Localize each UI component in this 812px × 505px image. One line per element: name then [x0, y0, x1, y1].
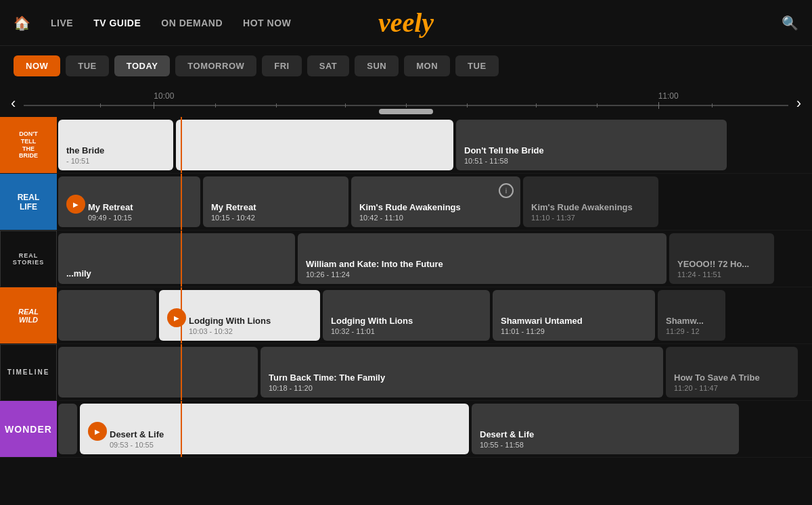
day-today[interactable]: TODAY [114, 55, 171, 76]
program-title: William and Kate: Into the Future [306, 259, 658, 269]
program-real-life-1[interactable]: ▶ My Retreat 09:49 - 10:15 [58, 176, 200, 227]
day-tomorrow[interactable]: TOMORROW [175, 55, 256, 76]
nav-hot-now[interactable]: HOT NOW [243, 18, 291, 28]
day-bar: NOW TUE TODAY TOMORROW FRI SAT SUN MON T… [0, 46, 812, 86]
program-title: Shamw... [666, 316, 717, 326]
channel-logo-real-stories[interactable]: REALSTORIES [0, 231, 57, 287]
program-time: 11:01 - 11:29 [501, 327, 647, 335]
program-title: Shamwari Untamed [501, 316, 647, 326]
channel-programs-real-life: ▶ My Retreat 09:49 - 10:15 My Retreat 10… [57, 174, 812, 230]
timeline-scrubber[interactable] [379, 109, 433, 114]
day-mon[interactable]: MON [404, 55, 450, 76]
channel-programs-timeline: Turn Back Time: The Family 10:18 - 11:20… [57, 344, 812, 400]
program-title: the Bride [66, 145, 165, 155]
channel-programs-wonder: ▶ Desert & Life 09:53 - 10:55 Desert & L… [57, 401, 812, 457]
channel-row-timeline: TIMELINE Turn Back Time: The Family 10:1… [0, 344, 812, 401]
day-fri[interactable]: FRI [262, 55, 301, 76]
channel-logo-dont-tell[interactable]: DON'TTELLTHEBRIDE [0, 117, 57, 173]
channels-container: DON'TTELLTHEBRIDE the Bride - 10:51 Don'… [0, 117, 812, 458]
play-button[interactable]: ▶ [66, 195, 85, 214]
program-dont-tell-2[interactable]: Don't Tell the Bride 10:51 - 11:58 [456, 120, 727, 170]
program-title: ...mily [66, 268, 287, 279]
program-dont-tell-1[interactable]: the Bride - 10:51 [58, 120, 173, 170]
program-time: 09:49 - 10:15 [88, 214, 192, 222]
channel-programs-dont-tell: the Bride - 10:51 Don't Tell the Bride 1… [57, 117, 812, 173]
program-time: 10:15 - 10:42 [211, 214, 340, 222]
program-title: Turn Back Time: The Family [269, 372, 655, 383]
logo: veely [378, 7, 434, 39]
program-time: 09:53 - 10:55 [110, 441, 461, 449]
timeline-bar: ‹ 10:00 11:00 › [0, 86, 812, 117]
program-real-life-4[interactable]: Kim's Rude Awakenings 11:10 - 11:37 [523, 176, 658, 227]
channel-row-real-stories: REALSTORIES ...mily William and Kate: In… [0, 231, 812, 287]
program-title: Kim's Rude Awakenings [531, 202, 650, 212]
program-real-stories-3[interactable]: YEOOO!! 72 Ho... 11:24 - 11:51 [669, 233, 774, 284]
timeline-prev-arrow[interactable]: ‹ [5, 95, 21, 112]
program-title: YEOOO!! 72 Ho... [677, 259, 766, 269]
timeline-next-arrow[interactable]: › [791, 95, 807, 112]
program-title: Don't Tell the Bride [464, 145, 719, 155]
channel-row-real-wild: REALWILD ▶ Lodging With Lions 10:03 - 10… [0, 287, 812, 344]
program-title: Desert & Life [480, 429, 731, 439]
channel-logo-real-wild[interactable]: REALWILD [0, 287, 57, 343]
program-real-wild-2[interactable]: ▶ Lodging With Lions 10:03 - 10:32 [159, 290, 320, 341]
program-timeline-3[interactable]: How To Save A Tribe 11:20 - 11:47 [666, 347, 798, 398]
play-button[interactable]: ▶ [88, 422, 107, 441]
play-button[interactable]: ▶ [167, 308, 186, 327]
day-sun[interactable]: SUN [355, 55, 399, 76]
day-tue-prev[interactable]: TUE [66, 55, 109, 76]
program-title: How To Save A Tribe [674, 372, 790, 383]
program-real-life-2[interactable]: My Retreat 10:15 - 10:42 [203, 176, 348, 227]
program-real-wild-5[interactable]: Shamw... 11:29 - 12 [658, 290, 725, 341]
program-real-wild-1[interactable] [58, 290, 156, 341]
program-time: 10:18 - 11:20 [269, 384, 655, 392]
nav: 🏠 LIVE TV GUIDE ON DEMAND HOT NOW [14, 15, 291, 31]
program-title: Desert & Life [110, 429, 461, 439]
program-time: - 10:51 [66, 157, 165, 165]
channel-logo-label: WONDER [0, 401, 57, 457]
program-time: 11:29 - 12 [666, 327, 717, 335]
nav-live[interactable]: LIVE [51, 18, 73, 28]
day-now[interactable]: NOW [14, 55, 60, 76]
program-wonder-2[interactable]: Desert & Life 10:55 - 11:58 [472, 404, 739, 454]
nav-tv-guide[interactable]: TV GUIDE [93, 18, 141, 28]
channel-row-wonder: WONDER ▶ Desert & Life 09:53 - 10:55 Des… [0, 401, 812, 458]
program-wonder-0[interactable] [58, 404, 77, 454]
channel-logo-label: REALSTORIES [0, 231, 57, 287]
program-dont-tell-blank[interactable] [176, 120, 453, 170]
channel-programs-real-stories: ...mily William and Kate: Into the Futur… [57, 231, 812, 287]
search-icon[interactable]: 🔍 [782, 15, 798, 31]
header: 🏠 LIVE TV GUIDE ON DEMAND HOT NOW veely … [0, 0, 812, 46]
nav-on-demand[interactable]: ON DEMAND [161, 18, 223, 28]
program-timeline-1[interactable] [58, 347, 258, 398]
program-timeline-2[interactable]: Turn Back Time: The Family 10:18 - 11:20 [261, 347, 663, 398]
channel-logo-label: DON'TTELLTHEBRIDE [0, 117, 57, 173]
channel-logo-real-life[interactable]: REALLIFE [0, 174, 57, 230]
program-time: 10:55 - 11:58 [480, 441, 731, 449]
program-time: 10:42 - 11:10 [359, 214, 512, 222]
program-real-stories-1[interactable]: ...mily [58, 233, 295, 284]
day-tue-next[interactable]: TUE [455, 55, 499, 76]
program-real-life-3[interactable]: i Kim's Rude Awakenings 10:42 - 11:10 [351, 176, 520, 227]
info-button[interactable]: i [499, 183, 514, 198]
channel-logo-label: REALLIFE [0, 174, 57, 230]
channel-programs-real-wild: ▶ Lodging With Lions 10:03 - 10:32 Lodgi… [57, 287, 812, 343]
channel-row-dont-tell: DON'TTELLTHEBRIDE the Bride - 10:51 Don'… [0, 117, 812, 174]
program-time: 11:24 - 11:51 [677, 270, 766, 279]
program-real-wild-4[interactable]: Shamwari Untamed 11:01 - 11:29 [493, 290, 655, 341]
program-time: 10:03 - 10:32 [189, 327, 312, 335]
day-sat[interactable]: SAT [307, 55, 350, 76]
program-wonder-1[interactable]: ▶ Desert & Life 09:53 - 10:55 [80, 404, 469, 454]
home-icon[interactable]: 🏠 [14, 15, 30, 31]
channel-logo-timeline[interactable]: TIMELINE [0, 344, 57, 400]
program-time: 11:20 - 11:47 [674, 384, 790, 392]
program-title: Lodging With Lions [331, 316, 482, 326]
program-title: My Retreat [88, 202, 192, 212]
program-title: Lodging With Lions [189, 316, 312, 326]
channel-logo-wonder[interactable]: WONDER [0, 401, 57, 457]
program-time: 11:10 - 11:37 [531, 214, 650, 222]
channel-row-real-life: REALLIFE ▶ My Retreat 09:49 - 10:15 My R… [0, 174, 812, 231]
program-real-wild-3[interactable]: Lodging With Lions 10:32 - 11:01 [323, 290, 490, 341]
program-real-stories-2[interactable]: William and Kate: Into the Future 10:26 … [298, 233, 667, 284]
program-time: 10:51 - 11:58 [464, 157, 719, 165]
